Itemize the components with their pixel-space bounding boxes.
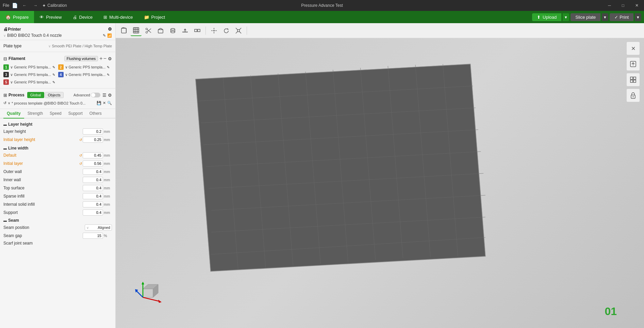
flushing-volumes-btn[interactable]: Flushing volumes (64, 56, 98, 61)
input-inner-wall[interactable] (83, 177, 103, 183)
close-viewport-btn[interactable]: ✕ (626, 42, 640, 55)
input-sparse-infill[interactable] (83, 193, 103, 199)
svg-line-29 (236, 32, 237, 33)
unit-default: mm (104, 153, 112, 157)
process-tab-objects[interactable]: Objects (45, 92, 64, 98)
move-btn[interactable] (209, 25, 219, 36)
rotate-btn[interactable] (221, 25, 232, 36)
edit-filament-3-icon[interactable]: ✎ (52, 73, 55, 77)
filament-num-3: 3 (3, 72, 9, 77)
add-filament-btn[interactable]: + (99, 56, 102, 62)
input-seam-gap[interactable] (83, 233, 103, 239)
input-support[interactable] (83, 209, 103, 216)
filament-item-5[interactable]: 5 ∨ Generic PPS templa... ✎ (3, 79, 57, 85)
value-inner-wall: mm (83, 177, 112, 183)
process-tab-global[interactable]: Global (27, 92, 44, 98)
scale-btn[interactable] (233, 25, 244, 36)
viewport[interactable]: ✕ (116, 38, 644, 328)
input-initial-layer[interactable] (83, 160, 103, 167)
row-initial-layer-height: Initial layer height ↺ mm (3, 136, 112, 144)
group-collapse-line-width-icon[interactable]: ▬ (3, 146, 7, 150)
svg-rect-66 (630, 80, 633, 82)
layout-vp-btn[interactable] (626, 73, 640, 87)
flatten-btn[interactable] (180, 25, 191, 36)
expand-process-icon[interactable]: ∨ (8, 101, 10, 105)
input-outer-wall[interactable] (83, 169, 103, 175)
tab-multidevice[interactable]: ⊞ Multi-device (98, 11, 138, 23)
svg-point-14 (171, 31, 175, 33)
process-gear-icon[interactable]: ⚙ (108, 93, 112, 98)
reset-default-icon[interactable]: ↺ (79, 154, 82, 157)
more-btn[interactable] (192, 25, 203, 36)
gear-icon[interactable]: ⚙ (108, 27, 112, 32)
auto-orient-vp-btn[interactable] (626, 57, 640, 71)
upload-dropdown-btn[interactable]: ▾ (563, 13, 569, 21)
upload-button[interactable]: ⬆ Upload (532, 13, 561, 21)
redo-btn[interactable]: → (31, 2, 39, 9)
close-process-icon[interactable]: ✕ (103, 101, 106, 105)
edit-filament-1-icon[interactable]: ✎ (52, 65, 55, 69)
input-layer-height[interactable] (83, 128, 103, 135)
tab-project[interactable]: 📁 Project (138, 11, 170, 23)
edit-filament-5-icon[interactable]: ✎ (52, 80, 55, 84)
dropdown-seam-position[interactable]: ∨ Aligned (85, 224, 112, 231)
tab-prepare[interactable]: 🏠 Prepare (0, 11, 34, 23)
input-initial-layer-height[interactable] (83, 137, 103, 143)
canvas-area: ✕ (116, 23, 644, 328)
tab-others[interactable]: Others (86, 109, 105, 119)
save-process-icon[interactable]: 💾 (97, 101, 101, 105)
print-dropdown-btn[interactable]: ▾ (635, 13, 641, 21)
slice-plate-button[interactable]: Slice plate (571, 13, 600, 21)
tab-speed[interactable]: Speed (46, 109, 65, 119)
reset-initial-layer-icon[interactable]: ↺ (79, 162, 82, 166)
remove-filament-btn[interactable]: − (103, 56, 106, 62)
shape-btn[interactable] (155, 25, 166, 36)
print-button[interactable]: ✓ Print (610, 13, 633, 21)
undo-btn[interactable]: ← (20, 2, 29, 9)
reset-initial-layer-height-icon[interactable]: ↺ (79, 138, 82, 142)
search-process-icon[interactable]: 🔍 (107, 101, 112, 105)
close-btn[interactable]: ✕ (632, 2, 641, 9)
filament-gear-icon[interactable]: ⚙ (108, 56, 112, 61)
minimize-btn[interactable]: ─ (605, 2, 614, 9)
file-menu[interactable]: File (3, 3, 9, 8)
advanced-btn[interactable]: Advanced (73, 93, 100, 97)
group-collapse-icon[interactable]: ▬ (3, 123, 7, 126)
row-internal-solid-infill: Internal solid infill mm (3, 200, 112, 208)
input-top-surface[interactable] (83, 185, 103, 191)
seam-position-value: Aligned (98, 225, 110, 230)
wifi-icon[interactable]: 📶 (107, 33, 112, 38)
cylinder-btn[interactable] (167, 25, 178, 36)
tab-device[interactable]: 🖨 Device (67, 11, 98, 23)
tab-strength[interactable]: Strength (24, 109, 46, 119)
project-icon: 📁 (144, 15, 149, 20)
input-internal-solid-infill[interactable] (83, 201, 103, 207)
plate-type-value[interactable]: ∨ Smooth PEI Plate / High Temp Plate (48, 44, 112, 48)
lock-vp-btn[interactable] (626, 89, 640, 102)
filament-item-2[interactable]: 2 ∨ Generic PPS templa... ✎ (58, 64, 112, 71)
label-default: Default (3, 153, 79, 158)
3d-view-btn[interactable] (118, 25, 129, 36)
group-collapse-seam-icon[interactable]: ▬ (3, 219, 7, 222)
grid-view-btn[interactable] (131, 25, 142, 36)
edit-filament-4-icon[interactable]: ✎ (107, 73, 110, 77)
tab-support[interactable]: Support (65, 109, 86, 119)
cut-btn[interactable] (143, 25, 154, 36)
maximize-btn[interactable]: □ (619, 2, 627, 9)
undo-process-icon[interactable]: ↺ (3, 101, 6, 105)
slice-dropdown-btn[interactable]: ▾ (602, 13, 608, 21)
tab-preview[interactable]: 👁 Preview (34, 11, 67, 23)
process-section: ⊞ Process Global Objects Advanced ☰ ⚙ ↺ … (0, 89, 115, 109)
edit-filament-2-icon[interactable]: ✎ (107, 65, 110, 69)
settings-list: ▬ Layer height Layer height mm Initial l… (0, 119, 115, 328)
tab-quality[interactable]: Quality (3, 109, 24, 119)
menu-bar: 🏠 Prepare 👁 Preview 🖨 Device ⊞ Multi-dev… (0, 11, 644, 23)
advanced-toggle[interactable] (91, 93, 100, 97)
input-default[interactable] (83, 152, 103, 158)
layer-height-group: ▬ Layer height (3, 120, 112, 127)
process-list-icon[interactable]: ☰ (102, 93, 106, 98)
filament-item-3[interactable]: 3 ∨ Generic PPS templa... ✎ (3, 71, 57, 78)
filament-item-1[interactable]: 1 ∨ Generic PPS templa... ✎ (3, 64, 57, 71)
filament-item-4[interactable]: 4 ∨ Generic PPS templa... ✎ (58, 71, 112, 78)
edit-printer-icon[interactable]: ✎ (103, 33, 106, 38)
